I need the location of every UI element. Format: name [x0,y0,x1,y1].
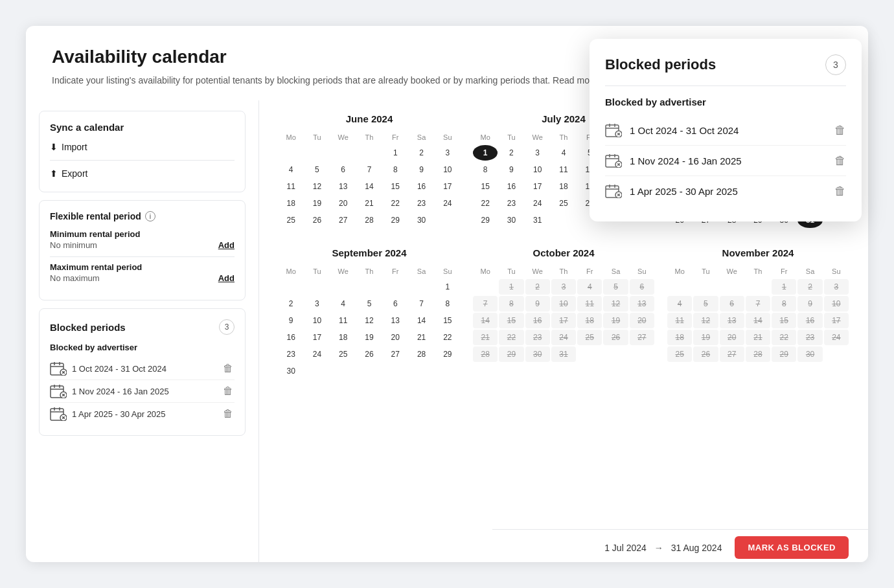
cal-day-cell[interactable]: 9 [525,296,550,311]
cal-day-cell[interactable]: 8 [435,296,460,311]
cal-day-cell[interactable]: 5 [603,279,628,295]
cal-day-cell[interactable]: 3 [525,145,550,161]
cal-day-cell[interactable]: 24 [551,330,576,345]
cal-day-cell[interactable]: 11 [279,179,303,194]
cal-day-cell[interactable]: 2 [499,145,523,161]
cal-day-cell[interactable]: 15 [435,313,460,328]
cal-day-cell[interactable]: 6 [720,296,744,311]
cal-day-cell[interactable]: 4 [551,145,576,161]
cal-day-cell[interactable]: 6 [331,162,356,177]
cal-day-cell[interactable]: 21 [746,330,770,345]
cal-day-cell[interactable]: 25 [551,196,576,211]
cal-day-cell[interactable]: 1 [435,279,460,295]
cal-day-cell[interactable]: 16 [279,330,303,345]
cal-day-cell[interactable]: 27 [331,212,356,228]
cal-day-cell[interactable]: 19 [603,313,628,328]
cal-day-cell[interactable]: 30 [525,346,550,362]
cal-day-cell[interactable]: 16 [525,313,550,328]
cal-day-cell[interactable]: 26 [693,346,718,362]
cal-day-cell[interactable]: 13 [630,296,654,311]
cal-day-cell[interactable]: 16 [499,179,523,194]
cal-day-cell[interactable]: 11 [331,313,356,328]
cal-day-cell[interactable]: 28 [473,346,498,362]
cal-day-cell[interactable]: 16 [797,313,822,328]
cal-day-cell[interactable]: 27 [383,346,407,362]
cal-day-cell[interactable]: 22 [435,330,460,345]
cal-day-cell[interactable]: 17 [525,179,550,194]
cal-day-cell[interactable]: 9 [279,313,303,328]
cal-day-cell[interactable]: 29 [772,346,796,362]
cal-day-cell[interactable]: 25 [577,330,602,345]
cal-day-cell[interactable]: 26 [304,212,329,228]
cal-day-cell[interactable]: 10 [525,162,550,177]
cal-day-cell[interactable]: 28 [746,346,770,362]
cal-day-cell[interactable]: 30 [797,346,822,362]
cal-day-cell[interactable]: 1 [499,279,523,295]
cal-day-cell[interactable]: 19 [357,330,382,345]
cal-day-cell[interactable]: 23 [797,330,822,345]
cal-day-cell[interactable]: 26 [357,346,382,362]
cal-day-cell[interactable]: 30 [279,363,303,379]
cal-day-cell[interactable]: 15 [383,179,407,194]
cal-day-cell[interactable]: 18 [577,313,602,328]
cal-day-cell[interactable]: 5 [357,296,382,311]
cal-day-cell[interactable]: 20 [331,196,356,211]
cal-day-cell[interactable]: 23 [409,196,433,211]
cal-day-cell[interactable]: 23 [525,330,550,345]
cal-day-cell[interactable]: 13 [331,179,356,194]
cal-day-cell[interactable]: 13 [383,313,407,328]
cal-day-cell[interactable]: 10 [551,296,576,311]
cal-day-cell[interactable]: 29 [473,212,498,228]
cal-day-cell[interactable]: 23 [279,346,303,362]
cal-day-cell[interactable]: 1 [383,145,407,161]
cal-day-cell[interactable]: 11 [551,162,576,177]
cal-day-cell[interactable]: 2 [409,145,433,161]
cal-day-cell[interactable]: 11 [577,296,602,311]
cal-day-cell[interactable]: 17 [551,313,576,328]
cal-day-cell[interactable]: 18 [551,179,576,194]
cal-day-cell[interactable]: 14 [473,313,498,328]
cal-day-cell[interactable]: 2 [279,296,303,311]
cal-day-cell[interactable]: 16 [409,179,433,194]
cal-day-cell[interactable]: 2 [525,279,550,295]
cal-day-cell[interactable]: 8 [499,296,523,311]
cal-day-cell[interactable]: 9 [797,296,822,311]
info-icon[interactable]: i [145,211,155,221]
cal-day-cell[interactable]: 7 [746,296,770,311]
cal-day-cell[interactable]: 19 [693,330,718,345]
delete-blocked-3-button[interactable]: 🗑 [222,407,235,421]
cal-day-cell[interactable]: 1 [772,279,796,295]
delete-blocked-2-button[interactable]: 🗑 [222,384,235,398]
cal-day-cell[interactable]: 7 [409,296,433,311]
cal-day-cell[interactable]: 19 [304,196,329,211]
cal-day-cell[interactable]: 25 [279,212,303,228]
cal-day-cell[interactable]: 12 [603,296,628,311]
cal-day-cell[interactable]: 8 [772,296,796,311]
cal-day-cell[interactable]: 3 [304,296,329,311]
cal-day-cell[interactable]: 7 [473,296,498,311]
cal-day-cell[interactable]: 5 [693,296,718,311]
cal-day-cell[interactable]: 5 [304,162,329,177]
cal-day-cell[interactable]: 24 [824,330,849,345]
cal-day-cell[interactable]: 30 [499,212,523,228]
cal-day-cell[interactable]: 3 [435,145,460,161]
export-button[interactable]: ⬆ Export [50,166,235,181]
cal-day-cell[interactable]: 24 [304,346,329,362]
cal-day-cell[interactable]: 22 [473,196,498,211]
cal-day-cell[interactable]: 24 [525,196,550,211]
cal-day-cell[interactable]: 27 [630,330,654,345]
cal-day-cell[interactable]: 8 [473,162,498,177]
cal-day-cell[interactable]: 10 [304,313,329,328]
cal-day-cell[interactable]: 12 [357,313,382,328]
cal-day-cell[interactable]: 24 [435,196,460,211]
cal-day-cell[interactable]: 20 [720,330,744,345]
cal-day-cell[interactable]: 29 [499,346,523,362]
cal-day-cell[interactable]: 28 [409,346,433,362]
cal-day-cell[interactable]: 3 [551,279,576,295]
cal-day-cell[interactable]: 12 [304,179,329,194]
cal-day-cell[interactable]: 6 [383,296,407,311]
cal-day-cell[interactable]: 20 [630,313,654,328]
cal-day-cell[interactable]: 10 [435,162,460,177]
cal-day-cell[interactable]: 15 [473,179,498,194]
fp-delete-1-button[interactable]: 🗑 [834,124,846,137]
